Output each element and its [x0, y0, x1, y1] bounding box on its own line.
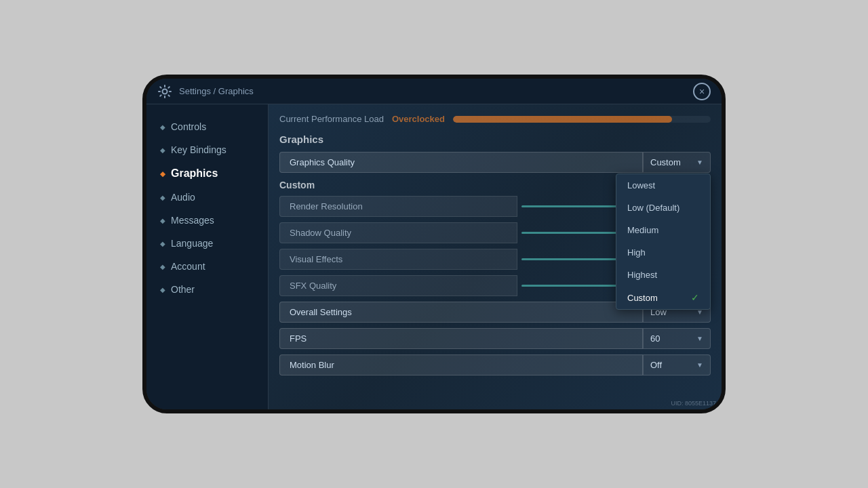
gear-icon: [157, 84, 172, 99]
fps-value: 60: [650, 333, 660, 344]
sidebar-item-controls[interactable]: ◆ Controls: [146, 115, 268, 138]
fps-label: FPS: [279, 328, 643, 349]
motion-blur-row: Motion Blur Off ▼: [279, 354, 711, 375]
overall-settings-label: Overall Settings: [279, 302, 643, 323]
graphics-quality-menu: Lowest Low (Default) Medium High Highest: [616, 174, 711, 310]
graphics-quality-dropdown[interactable]: Custom ▼: [643, 152, 711, 173]
bullet-icon: ◆: [160, 123, 165, 131]
sidebar-item-account[interactable]: ◆ Account: [146, 255, 268, 278]
chevron-down-icon: ▼: [696, 335, 703, 342]
option-label-high: High: [627, 247, 646, 258]
option-highest[interactable]: Highest: [616, 264, 710, 286]
sidebar-item-keybindings[interactable]: ◆ Key Bindings: [146, 138, 268, 161]
bullet-icon: ◆: [160, 286, 165, 293]
chevron-down-icon: ▼: [696, 361, 703, 369]
sidebar-label-account: Account: [171, 261, 205, 272]
bullet-icon: ◆: [160, 240, 165, 247]
sfx-quality-label: SFX Quality: [279, 275, 517, 296]
sidebar-item-graphics[interactable]: ◆ Graphics: [146, 161, 268, 186]
sidebar: ◆ Controls ◆ Key Bindings ◆ Graphics ◆ A…: [146, 104, 269, 409]
sidebar-label-graphics: Graphics: [171, 167, 218, 180]
close-button[interactable]: ×: [693, 83, 711, 100]
checkmark-icon: ✓: [691, 292, 699, 303]
option-label-highest: Highest: [627, 270, 657, 280]
performance-bar-container: [453, 116, 711, 123]
uid-watermark: UID: 8055E1137: [671, 400, 716, 407]
sidebar-label-other: Other: [171, 284, 195, 295]
bullet-icon: ◆: [160, 170, 165, 178]
svg-point-0: [163, 89, 167, 94]
breadcrumb: Settings / Graphics: [179, 86, 254, 96]
visual-effects-label: Visual Effects: [279, 249, 517, 270]
sidebar-item-audio[interactable]: ◆ Audio: [146, 186, 268, 209]
sidebar-label-audio: Audio: [171, 192, 195, 203]
sidebar-item-messages[interactable]: ◆ Messages: [146, 209, 268, 232]
phone-container: Settings / Graphics × ◆ Controls ◆ Key B…: [142, 75, 726, 413]
graphics-section-header: Graphics: [279, 134, 711, 145]
graphics-quality-label: Graphics Quality: [279, 152, 643, 173]
overclocked-label: Overclocked: [392, 114, 445, 124]
option-high[interactable]: High: [616, 241, 710, 264]
render-resolution-label: Render Resolution: [279, 196, 517, 217]
option-custom[interactable]: Custom ✓: [616, 286, 710, 309]
bullet-icon: ◆: [160, 194, 165, 201]
motion-blur-value: Off: [650, 360, 662, 370]
sidebar-item-language[interactable]: ◆ Language: [146, 232, 268, 255]
sidebar-label-language: Language: [171, 238, 213, 249]
option-lowest[interactable]: Lowest: [616, 174, 710, 197]
fps-row: FPS 60 ▼: [279, 328, 711, 349]
chevron-down-icon: ▼: [696, 159, 703, 166]
bullet-icon: ◆: [160, 146, 165, 154]
sidebar-label-controls: Controls: [171, 121, 206, 132]
main-layout: ◆ Controls ◆ Key Bindings ◆ Graphics ◆ A…: [146, 104, 722, 409]
graphics-quality-row: Graphics Quality Custom ▼ Lowest Low (De…: [279, 152, 711, 173]
option-label-custom: Custom: [627, 293, 658, 303]
performance-bar-fill: [453, 116, 672, 123]
option-medium[interactable]: Medium: [616, 219, 710, 241]
top-bar: Settings / Graphics ×: [146, 79, 722, 104]
sidebar-label-keybindings: Key Bindings: [171, 144, 226, 155]
performance-section: Current Performance Load Overclocked: [279, 114, 711, 124]
option-label-low-default: Low (Default): [627, 203, 679, 213]
bullet-icon: ◆: [160, 217, 165, 224]
sidebar-item-other[interactable]: ◆ Other: [146, 278, 268, 301]
option-label-lowest: Lowest: [627, 180, 655, 190]
motion-blur-label: Motion Blur: [279, 354, 643, 375]
option-low-default[interactable]: Low (Default): [616, 197, 710, 219]
shadow-quality-label: Shadow Quality: [279, 222, 517, 243]
sidebar-label-messages: Messages: [171, 215, 214, 226]
option-label-medium: Medium: [627, 225, 658, 235]
fps-dropdown[interactable]: 60 ▼: [643, 328, 711, 349]
bullet-icon: ◆: [160, 263, 165, 270]
content-area: Current Performance Load Overclocked Gra…: [269, 104, 722, 409]
motion-blur-dropdown[interactable]: Off ▼: [643, 354, 711, 375]
performance-label: Current Performance Load: [279, 114, 384, 124]
graphics-quality-value: Custom: [650, 157, 681, 167]
